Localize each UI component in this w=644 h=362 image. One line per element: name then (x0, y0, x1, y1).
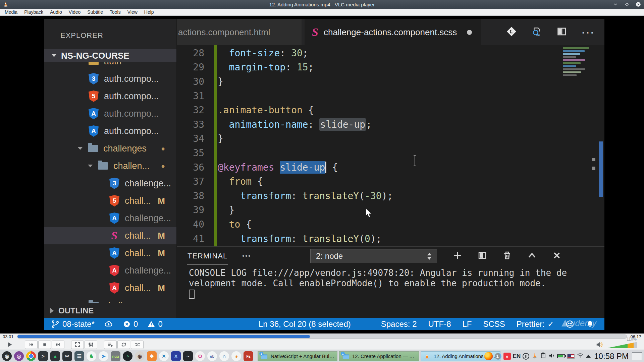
keyboard-layout[interactable]: EN (513, 353, 521, 360)
taskbar-window-folder[interactable]: 112. Create Application — Dolp... (339, 351, 419, 361)
video-area[interactable]: EXPLORER NS-NG-COURSE auth 3auth.compo..… (0, 16, 644, 334)
app-icon-image-viewer[interactable]: ▲ (50, 351, 60, 361)
tab-challenge-actions-scss[interactable]: S challenge-actions.component.scss (305, 19, 481, 45)
menu-item-audio[interactable]: Audio (47, 9, 65, 15)
app-icon-konsole[interactable]: > (38, 351, 48, 361)
language-status[interactable]: SCSS (483, 319, 505, 329)
clock[interactable]: 10:58 PM (593, 352, 630, 361)
minimap[interactable] (563, 47, 589, 77)
minimize-button[interactable] (612, 1, 619, 7)
menu-item-video[interactable]: Video (65, 9, 84, 15)
app-icon-pink-o-app[interactable]: O (195, 351, 205, 361)
code-line-29[interactable]: 29margin-top: 15; (177, 60, 604, 75)
pause-tray-icon[interactable] (523, 353, 529, 360)
battery-icon[interactable] (557, 354, 565, 358)
warnings-status[interactable]: 0 (147, 319, 162, 329)
code-line-35[interactable]: 35 (177, 146, 604, 160)
loop-button[interactable] (117, 341, 130, 349)
app-icon-filezilla[interactable]: Fz (244, 351, 253, 361)
app-icon-qbittorrent[interactable]: qb (207, 351, 217, 361)
indentation-status[interactable]: Spaces: 2 (381, 319, 417, 329)
extended-settings-button[interactable] (85, 341, 97, 349)
sidebar-item-challenge[interactable]: 3challenge... (44, 175, 176, 192)
menu-item-subtitle[interactable]: Subtitle (84, 9, 106, 15)
maximize-panel-icon[interactable] (527, 250, 537, 262)
previous-button[interactable] (25, 341, 38, 349)
split-editor-icon[interactable] (556, 26, 568, 39)
sidebar-item-challenge[interactable]: Achallenge... (44, 209, 176, 227)
overview-ruler-highlight[interactable] (599, 141, 603, 197)
sidebar-item-chall[interactable]: Achall...M (44, 244, 176, 262)
sidebar-item-challen[interactable]: challen...● (44, 157, 176, 175)
new-terminal-icon[interactable] (452, 250, 463, 262)
seek-bar[interactable] (17, 335, 627, 339)
tray-expander-icon[interactable] (586, 355, 591, 358)
open-preview-icon[interactable] (531, 25, 543, 39)
app-icon-blue-x-app[interactable]: ✕ (159, 351, 169, 361)
code-line-32[interactable]: 32.animate-button { (177, 103, 604, 117)
sidebar-item-authcompo[interactable]: Aauth.compo... (44, 105, 176, 122)
menu-item-media[interactable]: Media (1, 9, 21, 15)
code-line-38[interactable]: 38transform: translateY(-30); (177, 189, 604, 203)
sidebar-item-challenges[interactable]: challenges● (44, 140, 176, 157)
code-line-33[interactable]: 33animation-name: slide-up; (177, 117, 604, 132)
taskbar-window-folder[interactable]: 1NativeScript + Angular Build ... (258, 351, 337, 361)
code-line-34[interactable]: 34} (177, 132, 604, 146)
code-line-37[interactable]: 37from { (177, 174, 604, 189)
random-button[interactable] (131, 341, 144, 349)
sidebar-item-authcompo[interactable]: 5auth.compo... (44, 87, 176, 105)
app-icon-opensuse[interactable]: ◉ (2, 351, 12, 361)
app-icon-screenshot-tool[interactable]: ✂ (62, 351, 72, 361)
playlist-button[interactable] (104, 341, 117, 349)
app-icon-chrome[interactable] (26, 351, 36, 361)
menu-item-view[interactable]: View (124, 9, 141, 15)
maximize-button[interactable] (624, 1, 630, 7)
sidebar-item-authcompo[interactable]: 3auth.compo... (44, 70, 176, 87)
outline-section[interactable]: OUTLINE (44, 303, 176, 318)
fullscreen-button[interactable] (71, 341, 84, 349)
code-line-28[interactable]: 28font-size: 30; (177, 46, 604, 60)
tab-actions-component-html[interactable]: actions.component.html (177, 19, 302, 45)
us-flag-icon[interactable] (567, 354, 575, 359)
sidebar-item-authcompo[interactable]: Aauth.compo... (44, 122, 176, 140)
volume-control[interactable]: 110% (596, 341, 641, 348)
terminal-more-icon[interactable]: ••• (242, 253, 251, 259)
app-icon-curve-app[interactable]: ~ (183, 351, 193, 361)
play-button[interactable] (3, 340, 15, 349)
app-icon-gimp[interactable]: ◉ (135, 351, 145, 361)
app-icon-tor-browser[interactable]: ◎ (14, 351, 24, 361)
app-icon-settings-sliders[interactable]: ☰ (74, 351, 84, 361)
show-desktop-widget[interactable] (632, 352, 642, 360)
sidebar-item-auth-partial[interactable]: auth (44, 62, 176, 70)
git-compare-icon[interactable] (506, 26, 517, 39)
prettier-status[interactable]: Prettier: ✓ (517, 319, 554, 329)
terminal-tab[interactable]: TERMINAL (187, 248, 228, 264)
app-icon-blue-bird-app[interactable]: ➤ (99, 351, 108, 361)
volume-tray-icon[interactable] (548, 352, 555, 360)
terminal-select[interactable]: 2: node (310, 249, 437, 263)
menu-item-tools[interactable]: Tools (106, 9, 124, 15)
feedback-smiley-icon[interactable] (566, 320, 574, 328)
code-line-40[interactable]: 40to { (177, 217, 604, 232)
clipboard-tray-icon[interactable] (540, 352, 546, 360)
sidebar-item-root[interactable]: NS-NG-COURSE (44, 49, 176, 62)
app-icon-dark-ring-app[interactable]: ◔ (123, 351, 132, 361)
git-branch-status[interactable]: 08-state* (51, 319, 95, 329)
kill-terminal-icon[interactable] (502, 250, 512, 262)
app-icon-xcode-blue-app[interactable]: X (171, 351, 181, 361)
anydesk-icon[interactable]: » (503, 353, 511, 360)
code-line-31[interactable]: 31 (177, 89, 604, 103)
menu-item-playback[interactable]: Playback (21, 9, 47, 15)
app-icon-blender[interactable]: ◕ (231, 351, 241, 361)
eol-status[interactable]: LF (462, 319, 472, 329)
notifications-bell-icon[interactable] (586, 320, 594, 328)
app-icon-headphones-app[interactable]: ∩ (219, 351, 229, 361)
more-actions-icon[interactable]: ⋯ (581, 31, 594, 34)
code-line-41[interactable]: 41transform: translateY(0); (177, 232, 604, 246)
code-line-39[interactable]: 39} (177, 203, 604, 218)
code-editor[interactable]: 28font-size: 30;29margin-top: 15;30}3132… (177, 45, 604, 246)
sidebar-item-chall[interactable]: Achall...M (44, 279, 176, 297)
errors-status[interactable]: 0 (123, 319, 138, 329)
sidebar-item-chall[interactable]: Schall...M (44, 227, 176, 244)
firefox-icon[interactable] (484, 352, 493, 360)
